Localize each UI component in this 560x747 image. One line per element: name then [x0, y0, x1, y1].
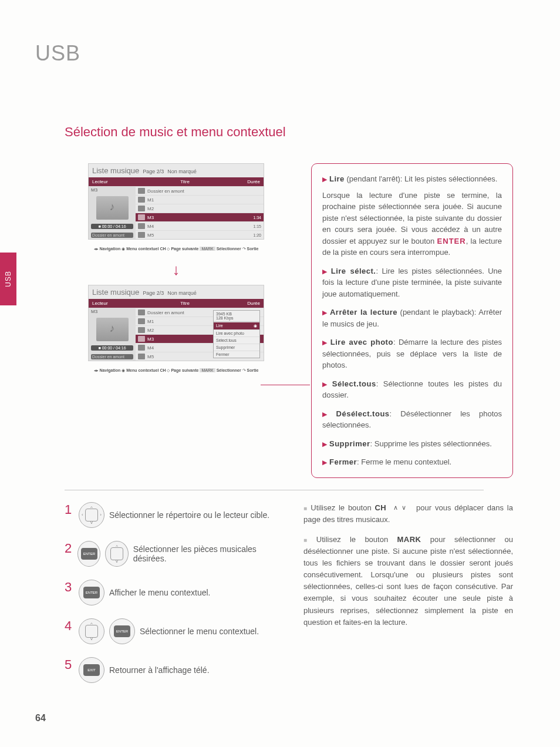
step-text: Sélectionner le répertoire ou le lecteur… [109, 510, 269, 520]
separator [65, 490, 484, 490]
play-icon: ▶ [322, 459, 327, 466]
list-item[interactable]: M51:20 [136, 230, 264, 239]
popup-file-info: 3945 KB 128 Kbps [214, 311, 259, 322]
arrow-down-icon: ↓ [65, 261, 288, 279]
step-number: 3 [65, 580, 74, 595]
panel-nav-bar: ◂▸ Navigation ◉ Menu contextuel CH ◇ Pag… [65, 366, 288, 380]
col-player: Lecteur [92, 301, 139, 306]
track-icon [138, 197, 145, 203]
desc-item: ▶Désélect.tous: Désélectionner les photo… [322, 408, 502, 431]
side-tab-label: USB [4, 271, 12, 287]
play-icon: ▶ [322, 309, 328, 316]
popup-item-delete[interactable]: Supprimer [214, 344, 259, 351]
popup-item-play-photo[interactable]: Lire avec photo [214, 329, 259, 337]
up-folder-side: Dossier en amont [91, 233, 133, 238]
current-track: M3 [91, 309, 133, 314]
step-row: 1 ^v‹› Sélectionner le répertoire ou le … [65, 502, 274, 528]
note-item: ■Utilisez le bouton MARK pour sélectionn… [303, 534, 513, 628]
track-icon [138, 318, 145, 324]
track-icon [138, 345, 145, 351]
popup-item-close[interactable]: Fermer [214, 351, 259, 358]
play-icon: ▶ [322, 339, 328, 346]
col-duration: Durée [231, 179, 260, 184]
col-duration: Durée [231, 301, 260, 306]
track-icon [138, 232, 145, 238]
step-row: 4 ^v ENTER Sélectionner le menu contextu… [65, 618, 274, 644]
step-number: 2 [65, 541, 73, 556]
step-row: 2 ENTER ^v Sélectionner les pièces music… [65, 541, 274, 567]
right-column: ▶Lire (pendant l'arrêt): Lit les pistes … [311, 163, 513, 478]
list-item[interactable]: Dossier en amont [136, 186, 264, 195]
enter-button[interactable]: ENTER [77, 541, 100, 567]
step-row: 5 EXIT Retourner à l'affichage télé. [65, 657, 274, 683]
list-item[interactable]: M1 [136, 195, 264, 204]
folder-icon [138, 309, 145, 315]
list-item-selected[interactable]: M31:34 [136, 213, 264, 221]
panel-nav-bar: ◂▸ Navigation ◉ Menu contextuel CH ◇ Pag… [65, 244, 288, 258]
play-icon: ▶ [322, 440, 327, 447]
playback-time: ■ 00:00 / 04:16 [91, 345, 133, 351]
step-text: Sélectionner les pièces musicales désiré… [133, 544, 274, 563]
step-text: Sélectionner le menu contextuel. [140, 627, 259, 636]
desc-item: ▶Lire sélect.: Lire les pistes sélection… [322, 265, 502, 300]
left-column: Liste musique Page 2/3 Non marqué Lecteu… [65, 163, 288, 478]
music-list-panel-2: Liste musique Page 2/3 Non marqué Lecteu… [88, 285, 264, 361]
track-icon [138, 327, 145, 333]
col-player: Lecteur [92, 179, 139, 184]
exit-button[interactable]: EXIT [79, 657, 104, 683]
connector-line [261, 385, 310, 385]
desc-item: ▶Supprimer: Supprime les pistes sélectio… [322, 438, 502, 450]
play-icon: ▶ [322, 176, 327, 183]
dpad-button[interactable]: ^v [79, 618, 104, 644]
step-text: Retourner à l'affichage télé. [109, 665, 210, 675]
dpad-button[interactable]: ^v‹› [79, 502, 104, 528]
panel-marked: Non marqué [167, 290, 197, 296]
play-icon: ▶ [322, 381, 330, 388]
desc-item: ▶Arrêter la lecture (pendant le playback… [322, 307, 502, 329]
track-icon [138, 354, 145, 359]
enter-button[interactable]: ENTER [109, 618, 135, 644]
popup-item-select-all[interactable]: Sélect.tous [214, 337, 259, 344]
page-title: USB [35, 41, 513, 66]
current-track: M3 [91, 187, 133, 193]
play-icon: ▶ [322, 410, 334, 418]
panel-title: Liste musique [92, 166, 139, 175]
track-list: Dossier en amont M1 M2 M31:34 M41:15 M51… [136, 186, 264, 239]
note-item: ■Utilisez le bouton CH ∧ ∨ pour vous dép… [303, 502, 513, 526]
desc-item: ▶Fermer: Ferme le menu contextuel. [322, 456, 502, 468]
track-icon [138, 336, 145, 342]
panel-marked: Non marqué [167, 169, 197, 174]
notes-column: ■Utilisez le bouton CH ∧ ∨ pour vous dép… [303, 502, 513, 696]
description-box: ▶Lire (pendant l'arrêt): Lit les pistes … [311, 163, 513, 478]
context-popup: 3945 KB 128 Kbps Lire◉ Lire avec photo S… [213, 310, 260, 358]
steps-list: 1 ^v‹› Sélectionner le répertoire ou le … [65, 502, 274, 696]
col-title: Titre [139, 301, 231, 306]
step-number: 4 [65, 618, 74, 634]
list-item[interactable]: M41:15 [136, 221, 264, 230]
track-icon [138, 223, 145, 229]
track-icon [138, 214, 145, 220]
col-title: Titre [139, 179, 231, 184]
step-number: 5 [65, 657, 74, 672]
section-title: Sélection de music et menu contextuel [65, 124, 513, 140]
music-list-panel-1: Liste musique Page 2/3 Non marqué Lecteu… [88, 163, 264, 240]
music-icon [96, 318, 129, 341]
panel-title: Liste musique [92, 288, 139, 297]
step-row: 3 ENTER Afficher le menu contextuel. [65, 580, 274, 605]
list-item[interactable]: M2 [136, 204, 264, 213]
step-number: 1 [65, 502, 74, 517]
up-folder-side: Dossier en amont [91, 354, 133, 359]
bullet-icon: ■ [303, 505, 308, 512]
bullet-icon: ■ [303, 537, 314, 543]
playback-time: ■ 00:00 / 04:16 [91, 224, 133, 229]
step-text: Afficher le menu contextuel. [109, 588, 211, 597]
dpad-button[interactable]: ^v [105, 541, 128, 567]
panel-page-info: Page 2/3 [143, 290, 164, 296]
popup-item-play[interactable]: Lire◉ [214, 322, 259, 329]
enter-button[interactable]: ENTER [79, 580, 104, 605]
panel-page-info: Page 2/3 [143, 169, 164, 174]
play-icon: ▶ [322, 268, 329, 275]
music-icon [96, 196, 129, 220]
desc-item: ▶Sélect.tous: Sélectionne toutes les pis… [322, 378, 502, 401]
track-icon [138, 206, 145, 211]
